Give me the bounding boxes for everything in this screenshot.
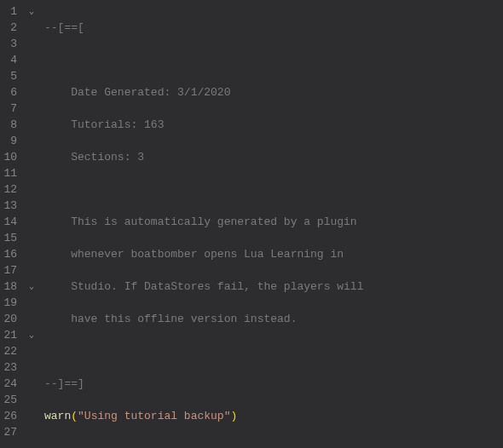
line-number: 26 (3, 408, 17, 424)
line-number: 20 (3, 311, 17, 327)
code-line[interactable]: --]==] (44, 376, 503, 392)
line-number: 22 (3, 343, 17, 359)
line-number: 24 (3, 376, 17, 392)
code-line[interactable]: have this offline version instead. (44, 311, 503, 327)
line-number: 15 (3, 230, 17, 246)
line-number: 18 (3, 279, 17, 295)
line-number: 9 (3, 133, 17, 149)
line-number: 7 (3, 101, 17, 117)
line-number: 27 (3, 424, 17, 440)
fold-toggle-icon[interactable]: ⌄ (24, 327, 39, 343)
code-line[interactable]: Tutorials: 163 (44, 117, 503, 133)
fold-toggle-icon[interactable]: ⌄ (24, 279, 39, 295)
line-number: 17 (3, 262, 17, 279)
fold-toggle-icon[interactable]: ⌄ (24, 3, 39, 20)
line-number: 12 (3, 181, 17, 198)
line-number: 10 (3, 149, 17, 165)
line-number: 11 (3, 165, 17, 181)
line-number: 8 (3, 117, 17, 133)
code-line[interactable] (44, 343, 503, 359)
line-number: 4 (3, 52, 17, 68)
code-line[interactable] (44, 181, 503, 198)
code-line[interactable]: --[==[ (44, 20, 503, 36)
line-number: 6 (3, 84, 17, 101)
code-line[interactable]: Studio. If DataStores fail, the players … (44, 279, 503, 295)
line-number: 1 (3, 3, 17, 20)
line-number: 14 (3, 214, 17, 230)
code-line[interactable]: Date Generated: 3/1/2020 (44, 84, 503, 101)
line-number: 2 (3, 20, 17, 36)
code-line[interactable]: This is automatically generated by a plu… (44, 214, 503, 230)
code-editor[interactable]: 1 2 3 4 5 6 7 8 9 10 11 12 13 14 15 16 1… (0, 0, 503, 448)
line-number: 21 (3, 327, 17, 343)
line-number-gutter: 1 2 3 4 5 6 7 8 9 10 11 12 13 14 15 16 1… (0, 0, 24, 448)
code-line[interactable]: Sections: 3 (44, 149, 503, 165)
code-area[interactable]: --[==[ Date Generated: 3/1/2020 Tutorial… (39, 0, 503, 448)
code-line[interactable]: whenever boatbomber opens Lua Learning i… (44, 246, 503, 262)
line-number: 3 (3, 36, 17, 52)
code-line[interactable] (44, 440, 503, 448)
line-number: 19 (3, 295, 17, 311)
code-line[interactable] (44, 52, 503, 68)
line-number: 25 (3, 392, 17, 408)
line-number: 13 (3, 198, 17, 214)
fold-gutter: ⌄ ⌄ ⌄ (24, 0, 39, 448)
line-number: 5 (3, 68, 17, 84)
line-number: 23 (3, 359, 17, 376)
code-line[interactable]: warn("Using tutorial backup") (44, 408, 503, 424)
line-number: 16 (3, 246, 17, 262)
